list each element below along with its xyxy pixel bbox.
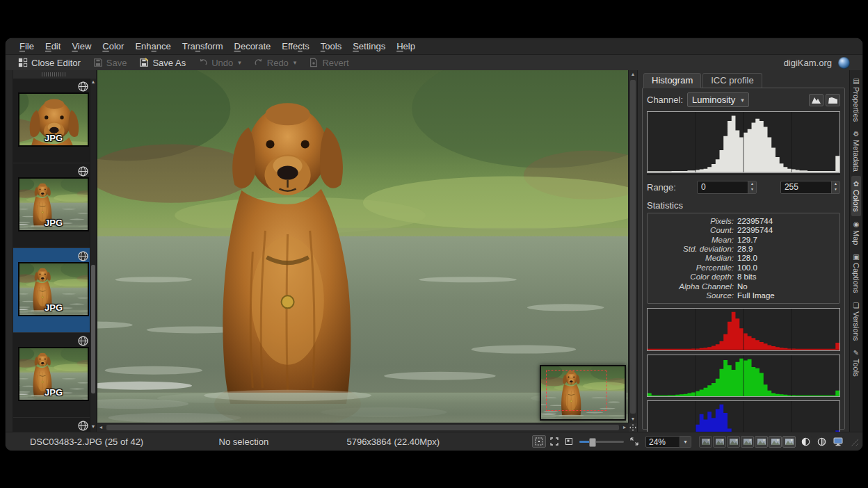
menu-transform[interactable]: Transform — [177, 39, 229, 54]
scroll-left-icon[interactable]: ◂ — [97, 423, 105, 432]
fit-to-selection-button[interactable] — [563, 436, 575, 447]
status-filename: DSC03483-2.JPG (25 of 42) — [11, 437, 162, 447]
thumbnail-item[interactable]: JPG — [13, 79, 96, 163]
vscrollbar-handle[interactable] — [630, 80, 636, 414]
under-exposure-indicator-button[interactable] — [800, 436, 812, 448]
thumbnail-image[interactable]: JPG — [18, 347, 89, 401]
metadata-icon: ⚙ — [853, 130, 860, 138]
menu-settings[interactable]: Settings — [347, 39, 391, 54]
save-button[interactable]: Save — [88, 56, 133, 70]
stat-label: Count: — [653, 226, 734, 235]
thumbbar-drag-handle[interactable] — [42, 72, 67, 76]
thumbnail-image[interactable]: JPG — [18, 177, 89, 231]
pan-corner-button[interactable] — [629, 423, 637, 432]
thumbnail-item[interactable]: JPG — [13, 333, 96, 417]
save-as-button[interactable]: Save As — [134, 56, 191, 70]
sidebar-tab-properties[interactable]: ▤Properties — [851, 73, 861, 126]
canvas-vscrollbar[interactable]: ▴ ▾ — [628, 70, 637, 423]
stat-label: Std. deviation: — [653, 245, 734, 254]
preview-7-button[interactable] — [782, 436, 796, 448]
preview-6-button[interactable] — [769, 436, 782, 448]
sidebar-tab-metadata[interactable]: ⚙Metadata — [851, 126, 861, 176]
scroll-right-icon[interactable]: ▸ — [620, 423, 629, 432]
sidebar-tab-tools[interactable]: ✎Tools — [851, 345, 861, 381]
undo-label: Undo — [211, 58, 233, 68]
zoom-slider-handle[interactable] — [589, 438, 596, 447]
scroll-down-icon[interactable]: ▼ — [90, 423, 96, 430]
zoom-level-combo[interactable]: 24% ▾ — [645, 436, 691, 448]
preview-3-button[interactable] — [727, 436, 740, 448]
spin-buttons[interactable]: ▲▼ — [748, 181, 756, 193]
zoom-100-button[interactable] — [628, 436, 641, 447]
fit-to-selection-icon — [565, 437, 573, 446]
menu-tools[interactable]: Tools — [315, 39, 347, 54]
preview-5-button[interactable] — [755, 436, 768, 448]
menu-effects[interactable]: Effects — [276, 39, 315, 54]
thumbnail-item[interactable]: JPG — [13, 248, 96, 332]
preview-4-button[interactable] — [741, 436, 754, 448]
pan-overlay[interactable] — [540, 365, 626, 421]
tab-histogram[interactable]: Histogram — [643, 73, 701, 88]
log-scale-button[interactable] — [826, 94, 840, 106]
menu-help[interactable]: Help — [391, 39, 421, 54]
scroll-up-icon[interactable]: ▲ — [90, 79, 96, 86]
preview-2-button[interactable] — [713, 436, 726, 448]
window-resize-grip[interactable] — [849, 437, 858, 446]
stat-value: 100.0 — [737, 263, 757, 273]
tab-icc-profile[interactable]: ICC profile — [702, 73, 762, 88]
range-max-spinbox[interactable]: 255 ▲▼ — [780, 181, 840, 194]
status-image-size: 5796x3864 (22.40Mpx) — [326, 437, 461, 447]
thumbnail-item[interactable]: JPG — [13, 163, 96, 247]
stat-value: 22395744 — [737, 226, 773, 235]
canvas-hscrollbar[interactable]: ◂ ▸ — [97, 423, 629, 432]
over-exposure-indicator-button[interactable] — [816, 436, 828, 448]
format-badge: JPG — [45, 387, 63, 398]
scrollbar-handle[interactable] — [91, 265, 95, 393]
thumbnail-item[interactable]: JPG — [13, 418, 96, 432]
menu-color[interactable]: Color — [97, 39, 129, 54]
editor-canvas[interactable]: ▴ ▾ ◂ ▸ — [97, 70, 637, 432]
spin-buttons[interactable]: ▲▼ — [831, 181, 839, 193]
sidebar-tab-versions[interactable]: ❏Versions — [851, 298, 861, 345]
menu-edit[interactable]: Edit — [40, 39, 66, 54]
range-max-value[interactable]: 255 — [781, 181, 831, 193]
redo-dropdown-icon[interactable]: ▾ — [294, 59, 297, 66]
thumbbar-scrollbar[interactable]: ▲ ▼ — [90, 79, 96, 432]
menu-file[interactable]: File — [14, 39, 40, 54]
color-managed-view-button[interactable] — [832, 436, 844, 448]
chevron-down-icon[interactable]: ▾ — [680, 436, 691, 448]
sidebar-tab-captions[interactable]: ▣Captions — [851, 249, 861, 297]
left-sidebar-collapsed[interactable] — [6, 70, 13, 432]
save-as-icon — [139, 58, 149, 67]
sidebar-tab-map[interactable]: ◉Map — [851, 216, 861, 249]
zoom-slider[interactable] — [579, 436, 624, 447]
menu-view[interactable]: View — [66, 39, 97, 54]
sidebar-tab-colors[interactable]: ✿Colors — [851, 176, 861, 216]
scroll-up-icon[interactable]: ▴ — [629, 70, 637, 79]
digikam-brand-text: digiKam.org — [784, 58, 832, 68]
linear-scale-button[interactable] — [809, 94, 823, 106]
stat-value: 8 bits — [737, 273, 757, 282]
revert-button[interactable]: Revert — [303, 56, 354, 70]
preview-1-button[interactable] — [699, 436, 712, 448]
fit-to-window-button[interactable] — [548, 436, 561, 447]
undo-dropdown-icon[interactable]: ▾ — [238, 59, 241, 66]
thumbnail-image[interactable]: JPG — [18, 262, 89, 316]
stat-label: Alpha Channel: — [653, 282, 734, 291]
zoom-region-button[interactable] — [532, 435, 546, 448]
menu-decorate[interactable]: Decorate — [229, 39, 277, 54]
undo-button[interactable]: Undo▾ — [193, 56, 247, 70]
range-min-value[interactable]: 0 — [698, 181, 748, 193]
range-min-spinbox[interactable]: 0 ▲▼ — [697, 181, 757, 194]
zoom-value[interactable]: 24% — [645, 436, 680, 448]
redo-button[interactable]: Redo▾ — [248, 56, 303, 70]
menu-enhance[interactable]: Enhance — [129, 39, 176, 54]
luminosity-histogram[interactable] — [647, 111, 840, 173]
channel-label: Channel: — [647, 95, 683, 105]
close-editor-button[interactable]: Close Editor — [13, 56, 86, 70]
hscrollbar-handle[interactable] — [106, 425, 619, 430]
visible-region-rect[interactable] — [546, 370, 607, 411]
channel-select[interactable]: Luminosity ▾ — [687, 92, 749, 107]
thumbnail-image[interactable]: JPG — [18, 92, 89, 147]
scroll-down-icon[interactable]: ▾ — [629, 415, 637, 423]
